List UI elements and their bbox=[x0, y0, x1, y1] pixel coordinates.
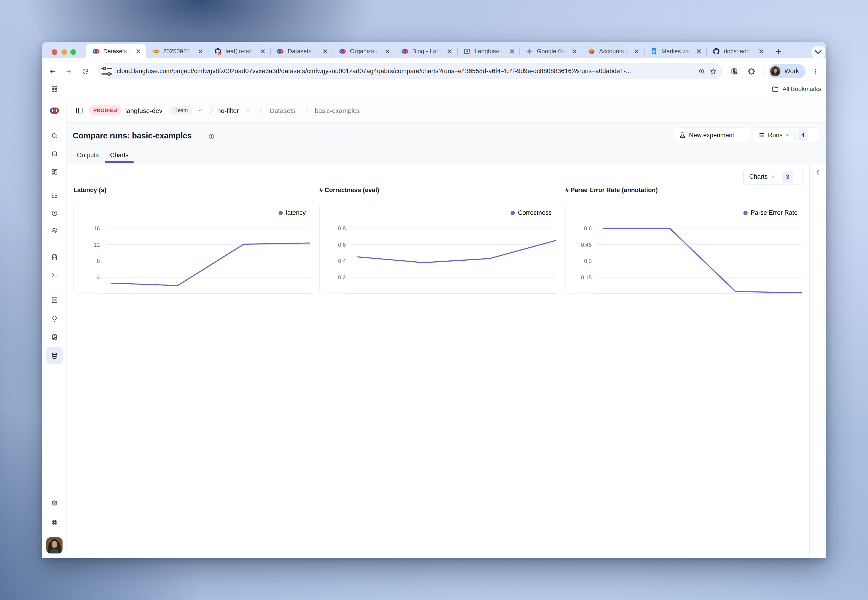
rail-divider bbox=[42, 123, 67, 123]
runs-dropdown-button[interactable]: Runs 4 bbox=[753, 127, 819, 143]
sidebar-item-playground[interactable] bbox=[51, 271, 58, 278]
tab-close-icon[interactable] bbox=[197, 48, 204, 55]
tab-title: Marlies wee bbox=[662, 48, 693, 55]
page-tab-label: Charts bbox=[110, 152, 129, 159]
browser-tab-3[interactable]: feat(io-tabl bbox=[208, 44, 270, 58]
breadcrumb-slash bbox=[304, 106, 310, 115]
profile-chip[interactable]: Work bbox=[769, 64, 806, 78]
tab-separator bbox=[706, 48, 707, 55]
browser-tab-9[interactable]: Accounts | bbox=[582, 44, 644, 58]
extensions-icon[interactable] bbox=[748, 67, 756, 75]
sidebar-item-datasets[interactable] bbox=[51, 352, 58, 359]
sidebar-item-evaluation[interactable] bbox=[51, 297, 58, 303]
tab-close-icon[interactable] bbox=[135, 48, 142, 55]
legend-dot-icon bbox=[279, 211, 283, 215]
charts-selector-button[interactable]: Charts 3 bbox=[744, 169, 803, 185]
breadcrumb-org[interactable]: langfuse-dev bbox=[125, 107, 162, 115]
tab-close-icon[interactable] bbox=[446, 48, 453, 55]
tab-close-icon[interactable] bbox=[758, 48, 765, 55]
page-header: Compare runs: basic-examples New experim… bbox=[67, 123, 826, 164]
chart-title: # Correctness (eval) bbox=[319, 186, 556, 195]
user-avatar[interactable] bbox=[46, 537, 62, 553]
page-tab-outputs[interactable]: Outputs bbox=[71, 150, 104, 164]
forward-button[interactable] bbox=[65, 68, 72, 75]
reload-button[interactable] bbox=[82, 68, 89, 75]
tab-close-icon[interactable] bbox=[633, 48, 640, 55]
page-tab-charts[interactable]: Charts bbox=[105, 150, 134, 164]
tab-close-icon[interactable] bbox=[259, 48, 266, 55]
site-settings-icon[interactable] bbox=[100, 65, 113, 78]
back-button[interactable] bbox=[49, 68, 56, 75]
runs-label: Runs bbox=[768, 132, 783, 139]
browser-tab-6[interactable]: Blog - Lang bbox=[395, 44, 457, 58]
new-tab-button[interactable] bbox=[775, 48, 782, 55]
sidebar-item-prompts[interactable] bbox=[51, 254, 58, 261]
new-experiment-button[interactable]: New experiment bbox=[674, 127, 750, 143]
sidebar-item-support[interactable] bbox=[51, 519, 58, 526]
breadcrumb-datasets-link[interactable]: Datasets bbox=[270, 107, 296, 115]
browser-menu-button[interactable] bbox=[813, 67, 819, 76]
browser-tab-5[interactable]: Organizatio bbox=[333, 44, 395, 58]
sidebar-toggle-icon[interactable] bbox=[76, 107, 83, 114]
runs-count-badge: 4 bbox=[798, 129, 808, 141]
sidebar-item-search[interactable] bbox=[51, 132, 58, 139]
sidebar-item-tracing[interactable] bbox=[51, 192, 58, 199]
bookmark-star-icon[interactable] bbox=[710, 68, 717, 75]
line-chart: 0.60.450.30.15 bbox=[566, 203, 803, 294]
zoom-window-button[interactable] bbox=[70, 49, 76, 55]
close-window-button[interactable] bbox=[52, 49, 57, 55]
langfuse-app: PROD-EU langfuse-dev Team no-filter Data… bbox=[42, 98, 826, 558]
chart-block-1: Latency (s)161284latency bbox=[73, 186, 310, 294]
zoom-level-icon[interactable] bbox=[698, 68, 705, 75]
project-chevron-icon[interactable] bbox=[246, 108, 251, 113]
tab-close-icon[interactable] bbox=[571, 48, 578, 55]
colab-favicon bbox=[152, 48, 159, 55]
apps-grid-icon[interactable] bbox=[51, 85, 58, 92]
org-chevron-icon[interactable] bbox=[198, 108, 203, 113]
browser-tab-2[interactable]: 20250923 bbox=[146, 44, 208, 58]
sidebar-item-sessions[interactable] bbox=[51, 210, 58, 217]
collapse-panel-button[interactable] bbox=[815, 169, 821, 176]
sidebar-item-users[interactable] bbox=[51, 227, 58, 234]
legend-label: latency bbox=[286, 209, 306, 217]
page-title: Compare runs: basic-examples bbox=[73, 131, 192, 140]
minimize-window-button[interactable] bbox=[61, 49, 67, 55]
app-sidebar-rail bbox=[42, 98, 67, 558]
chart-card: 0.80.60.40.2Correctness bbox=[319, 203, 556, 294]
breadcrumb-current-item[interactable]: basic-examples bbox=[315, 107, 360, 115]
browser-tab-11[interactable]: docs: add g bbox=[707, 44, 769, 58]
tab-title: feat(io-tabl bbox=[225, 48, 257, 55]
browser-tab-4[interactable]: Datasets | L bbox=[270, 44, 333, 58]
github-favicon bbox=[713, 48, 720, 55]
breadcrumb-project[interactable]: no-filter bbox=[217, 107, 239, 115]
info-icon[interactable] bbox=[208, 133, 214, 139]
svg-text:16: 16 bbox=[94, 225, 100, 232]
gemini-favicon bbox=[526, 48, 533, 55]
browser-tab-1[interactable]: Datasets | L bbox=[86, 44, 146, 58]
sidebar-item-insights[interactable] bbox=[51, 315, 58, 322]
tab-separator bbox=[519, 48, 520, 55]
chart-block-2: # Correctness (eval)0.80.60.40.2Correctn… bbox=[319, 186, 556, 294]
tab-separator bbox=[395, 48, 395, 55]
browser-tab-7[interactable]: 6Langfuse - bbox=[457, 44, 520, 58]
langfuse-favicon bbox=[92, 48, 100, 55]
all-bookmarks-button[interactable]: All Bookmarks bbox=[783, 85, 821, 92]
address-bar[interactable]: cloud.langfuse.com/project/cmfwgv8fx002o… bbox=[99, 63, 722, 79]
tab-close-icon[interactable] bbox=[322, 48, 329, 55]
environment-badge: PROD-EU bbox=[89, 105, 121, 115]
sidebar-item-annotation[interactable] bbox=[51, 333, 58, 340]
tab-close-icon[interactable] bbox=[384, 48, 391, 55]
sidebar-item-settings[interactable] bbox=[51, 500, 58, 506]
tab-close-icon[interactable] bbox=[695, 48, 703, 55]
sidebar-item-dashboards[interactable] bbox=[51, 168, 58, 175]
password-manager-icon[interactable] bbox=[730, 67, 738, 75]
tab-close-icon[interactable] bbox=[508, 48, 516, 55]
browser-tab-8[interactable]: Google Ger bbox=[520, 44, 582, 58]
langfuse-logo[interactable] bbox=[49, 105, 60, 116]
sidebar-item-home[interactable] bbox=[51, 150, 58, 157]
browser-tab-10[interactable]: Marlies wee bbox=[644, 44, 707, 58]
breadcrumb-slash bbox=[209, 106, 214, 115]
chart-legend: latency bbox=[279, 209, 306, 217]
tab-search-button[interactable] bbox=[812, 46, 825, 58]
active-tab-underline bbox=[105, 161, 134, 163]
